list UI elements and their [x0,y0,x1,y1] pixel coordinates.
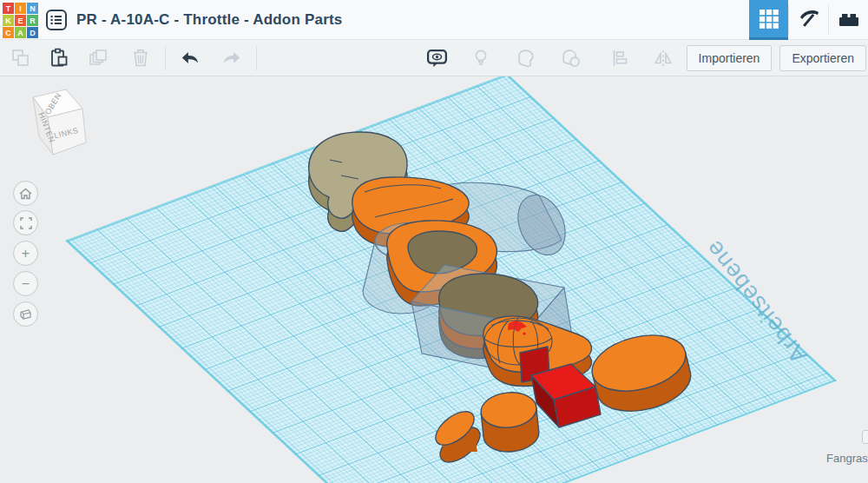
note-eye-icon [425,47,449,70]
lightbulb-icon [470,47,492,69]
delete-button[interactable] [125,43,156,74]
view-cube[interactable]: OBEN HINTEN LINKS [9,83,91,175]
view-mode-button[interactable] [13,301,38,327]
copy-icon [10,47,32,69]
logo-letter: I [15,3,26,14]
edit-toolbar: Importieren Exportieren [0,40,868,76]
brick-icon [837,8,861,32]
home-icon [19,188,32,200]
separator [256,46,257,70]
separator [165,46,166,70]
undo-icon [178,46,202,70]
zoom-in-button[interactable]: + [13,241,38,266]
top-bar: T I N K E R C A D PR - A-10A-C - Throttl… [0,0,868,40]
logo-letter: C [3,27,14,38]
copy-button[interactable] [5,43,36,74]
trash-icon [129,47,152,69]
logo-letter: R [27,15,38,26]
logo-letter: K [3,15,14,26]
align-icon [608,47,631,69]
plus-icon: + [22,246,30,261]
3d-viewport[interactable]: Arbeitsebene [0,76,868,483]
redo-button[interactable] [216,43,247,74]
duplicate-button[interactable] [83,43,115,74]
fit-view-icon [20,217,32,229]
pickaxe-icon [796,7,822,33]
brick-view-button[interactable] [829,0,868,40]
logo-letter: A [15,27,26,38]
logo-letter: T [3,3,14,14]
design-title: PR - A-10A-C - Throttle - Addon Parts [76,0,342,40]
grid-icon [758,8,780,30]
ungroup-icon [559,47,582,70]
home-view-button[interactable] [13,181,38,206]
snap-grid-label[interactable]: Fangraster [826,452,868,465]
fit-view-button[interactable] [13,210,38,235]
export-button[interactable]: Exportieren [779,45,866,71]
design-properties-icon[interactable] [45,9,68,31]
ungroup-button[interactable] [556,43,587,74]
logo-letter: E [15,15,26,26]
paste-icon [48,47,70,69]
redo-icon [220,46,244,70]
logo-letter: D [27,27,38,38]
shapes-grid-view-button[interactable] [749,0,788,40]
zoom-out-button[interactable]: − [13,271,38,296]
shape-cylinder[interactable] [479,390,541,454]
perspective-box-icon [19,308,32,321]
shape-red-box[interactable] [531,364,601,427]
grid-settings-button-clipped[interactable] [862,430,868,444]
shape-lens[interactable] [430,405,486,468]
red-speck [523,332,525,334]
mirror-button[interactable] [648,43,679,74]
logo-letter: N [27,3,38,14]
align-button[interactable] [604,43,635,74]
minecraft-view-button[interactable] [789,0,828,40]
show-all-button[interactable] [465,43,496,74]
tinkercad-logo[interactable]: T I N K E R C A D [3,3,38,38]
import-button[interactable]: Importieren [687,45,773,71]
undo-button[interactable] [174,43,206,74]
paste-button[interactable] [43,43,75,74]
minus-icon: − [22,276,30,292]
shape-oval-disc[interactable] [586,327,696,420]
group-icon [514,47,537,70]
group-button[interactable] [510,43,542,74]
notes-button[interactable] [422,43,453,74]
model-shapes-layer [0,76,868,483]
mirror-icon [652,47,674,69]
duplicate-icon [88,47,110,69]
